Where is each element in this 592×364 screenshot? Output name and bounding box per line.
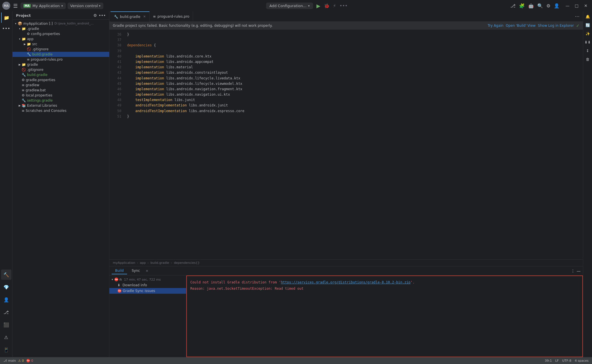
search-icon[interactable]: 🔍: [537, 3, 543, 9]
tree-item-root[interactable]: ▾ 📦 myApplication [:] D:\java_kotlin_and…: [13, 21, 109, 26]
plugins-icon[interactable]: 🧩: [519, 3, 525, 9]
tree-item-gradlew[interactable]: ≡ gradlew: [13, 83, 109, 88]
tab-proguard[interactable]: ≡ proguard-rules.pro: [150, 11, 193, 22]
app-name-text: My Application: [32, 4, 60, 8]
try-again-btn[interactable]: Try Again: [488, 24, 504, 28]
open-build-view-btn[interactable]: Open 'Build' View: [506, 24, 536, 28]
status-line-ending[interactable]: LF: [555, 359, 559, 363]
close-btn[interactable]: ✕: [582, 3, 590, 9]
tree-item-src[interactable]: ▶ 📁 src: [13, 42, 109, 47]
root-name: myApplication [:]: [23, 22, 53, 26]
tree-item-external-libs[interactable]: ▶ 📚 External Libraries: [13, 103, 109, 108]
status-warnings[interactable]: ⚠ 0: [18, 359, 24, 363]
line-numbers: 36 37 38 39 40 41 42 43 44 45 46 47 48 4…: [109, 30, 124, 259]
right-icon-ai[interactable]: ✨: [584, 30, 592, 38]
build-tab-build[interactable]: Build: [112, 268, 127, 274]
tree-item-gitignore-root[interactable]: 🚫 .gitignore: [13, 67, 109, 72]
build-tree-download-info[interactable]: ⬇ Download info: [109, 282, 186, 288]
show-log-explorer-btn[interactable]: Show Log in Explorer: [538, 24, 574, 28]
tree-item-proguard[interactable]: ≡ proguard-rules.pro: [13, 57, 109, 62]
sidebar-icon-project[interactable]: 📁: [1, 13, 11, 23]
project-gear-icon[interactable]: ⚙: [93, 13, 97, 18]
tab-menu-btn[interactable]: ⋯: [573, 14, 582, 19]
titlebar: MA ☰ MA My Application ▾ Version control…: [0, 0, 592, 11]
breadcrumb-item-app[interactable]: app: [140, 261, 146, 265]
more-options-btn[interactable]: •••: [340, 3, 348, 9]
window-controls: — □ ✕: [564, 3, 590, 9]
breadcrumb-item-file[interactable]: build.gradle: [150, 261, 169, 265]
status-encoding[interactable]: UTF-8: [562, 359, 571, 363]
build-panel: ▾ ⛔ n 17 min, 47 sec, 722 ms ⬇ Download …: [109, 275, 583, 357]
tree-item-settings-gradle[interactable]: 🔧 settings.gradle: [13, 98, 109, 103]
app-name-dropdown[interactable]: MA My Application ▾: [21, 3, 66, 9]
tree-item-app[interactable]: ▾ 📁 app: [13, 36, 109, 42]
sidebar-icon-dots[interactable]: •••: [1, 23, 11, 34]
right-icon-format[interactable]: ⬇⬇: [584, 38, 592, 46]
sidebar-icon-android[interactable]: 📱: [1, 345, 11, 355]
status-indent[interactable]: 4 spaces: [575, 359, 589, 363]
build-error-line1: Could not install Gradle distribution fr…: [190, 279, 579, 286]
sidebar-icon-user[interactable]: 👤: [1, 295, 11, 305]
right-icon-collapse[interactable]: ↕: [584, 47, 592, 55]
tree-item-build-gradle-app[interactable]: 🔧 build.gradle: [13, 52, 109, 57]
hamburger-menu[interactable]: ☰: [12, 2, 19, 10]
app-icon: MA: [2, 2, 10, 10]
minimize-btn[interactable]: —: [564, 3, 571, 9]
bottom-area: Build Sync ✕ ⋮ — ▾ ⛔ n 17 m: [109, 266, 583, 357]
profile-icon[interactable]: 👤: [554, 3, 560, 9]
sidebar-icon-build[interactable]: 🔨: [1, 270, 11, 280]
settings-icon[interactable]: ⚙: [546, 3, 550, 9]
sidebar-icon-warning[interactable]: ⚠: [1, 332, 11, 342]
tab-build-gradle-close[interactable]: ✕: [143, 15, 146, 18]
status-position[interactable]: 39:1: [545, 359, 552, 363]
sidebar-icon-diamond[interactable]: 💎: [1, 282, 11, 292]
right-icon-delete[interactable]: 🗑: [584, 55, 592, 63]
tree-item-scratches[interactable]: ≡ Scratches and Consoles: [13, 108, 109, 113]
breadcrumb-item-section[interactable]: dependencies{}: [174, 261, 200, 265]
tree-item-gradle-properties[interactable]: ⚙ gradle.properties: [13, 77, 109, 83]
build-icons: ⋮ —: [571, 269, 581, 273]
build-icon-menu[interactable]: ⋮: [571, 269, 575, 273]
tree-item-config[interactable]: ⚙ config.properties: [13, 31, 109, 36]
build-panel-close[interactable]: ✕: [146, 269, 148, 273]
project-more-icon[interactable]: •••: [99, 13, 106, 18]
app-badge: MA: [23, 4, 31, 8]
debug-button[interactable]: 🐞: [324, 3, 330, 9]
tree-item-gradle-root[interactable]: ▶ 📁 gradle: [13, 62, 109, 67]
build-tree-arrow: ▾: [112, 278, 113, 281]
editor-area: 🔧 build.gradle ✕ ≡ proguard-rules.pro ⋯ …: [109, 11, 583, 357]
tree-item-build-gradle-root[interactable]: 🔧 build.gradle: [13, 72, 109, 77]
tree-item-gradle-folder[interactable]: ▾ 📁 .gradle: [13, 26, 109, 31]
build-icon-minimize[interactable]: —: [577, 269, 581, 273]
run-button[interactable]: ▶: [317, 3, 321, 9]
version-control-btn[interactable]: Version control ▾: [68, 3, 103, 9]
sidebar-icon-commit[interactable]: ⎇: [1, 307, 11, 317]
gradle-sync-error-icon: ⛔: [117, 289, 122, 293]
build-tree-root[interactable]: ▾ ⛔ n 17 min, 47 sec, 722 ms: [109, 277, 186, 282]
status-errors[interactable]: ⛔ 0: [26, 359, 33, 363]
tree-item-gradlew-bat[interactable]: ≡ gradlew.bat: [13, 88, 109, 93]
build-tab-sync[interactable]: Sync: [128, 268, 143, 274]
right-icon-sync[interactable]: 🔄: [584, 21, 592, 29]
maximize-btn[interactable]: □: [573, 3, 581, 9]
main-area: 📁 ••• 🔨 💎 👤 ⎇ ⬛ ⚠ 📱 Project ⚙ ••• ▾ 📦: [0, 11, 592, 357]
commits-icon[interactable]: ⎇: [510, 3, 515, 9]
tree-item-gitignore-app[interactable]: 🚫 .gitignore: [13, 47, 109, 52]
project-title: Project: [16, 13, 91, 18]
code-editor[interactable]: 36 37 38 39 40 41 42 43 44 45 46 47 48 4…: [109, 30, 583, 259]
build-error-line2: Reason: java.net.SocketTimeoutException:…: [190, 286, 579, 292]
code-content[interactable]: } dependencies { implementation libs.and…: [124, 30, 583, 259]
tab-build-gradle[interactable]: 🔧 build.gradle ✕: [111, 11, 150, 22]
add-configuration-btn[interactable]: Add Configuration... ▾: [266, 3, 313, 9]
gradle-distribution-link[interactable]: https://services.gradle.org/distribution…: [281, 280, 411, 284]
status-branch[interactable]: ⎇ main: [3, 359, 16, 363]
tree-item-local-properties[interactable]: ⚙ local.properties: [13, 93, 109, 98]
breadcrumb-item-root[interactable]: myApplication: [113, 261, 135, 265]
profile-button[interactable]: ⚡: [333, 3, 336, 9]
build-tree-gradle-sync[interactable]: ⛔ Gradle Sync issues: [109, 288, 186, 294]
right-icon-notifications[interactable]: 🔔: [584, 13, 592, 20]
ai-icon[interactable]: 🤖: [528, 3, 534, 9]
version-control-label: Version control: [70, 4, 98, 8]
sidebar-icon-terminal[interactable]: ⬛: [1, 320, 11, 330]
build-tabs: Build Sync ✕ ⋮ —: [109, 266, 583, 275]
